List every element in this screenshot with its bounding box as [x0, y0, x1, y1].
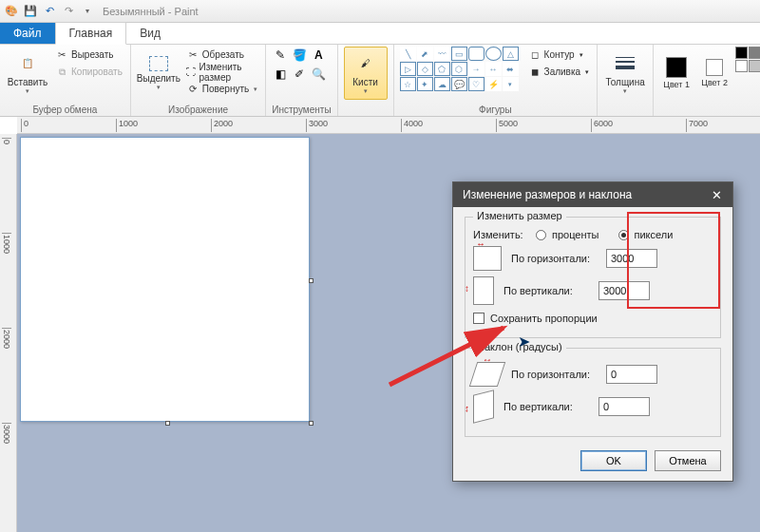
ruler-tick: 7000 [686, 119, 708, 132]
resize-button[interactable]: ⛶Изменить размер [184, 64, 259, 80]
color1-label: Цвет 1 [663, 80, 690, 89]
keep-ratio-checkbox[interactable] [473, 313, 484, 324]
tab-view[interactable]: Вид [126, 23, 174, 44]
ruler-tick: 4000 [401, 119, 423, 132]
keep-ratio-label[interactable]: Сохранить пропорции [490, 313, 598, 324]
group-clipboard: 📋 Вставить ▾ ✂Вырезать ⧉Копировать Буфер… [0, 45, 131, 116]
ruler-tick: 0 [21, 119, 28, 132]
vert-input[interactable]: 3000 [598, 281, 650, 300]
resize-handle[interactable] [165, 421, 170, 426]
ribbon: 📋 Вставить ▾ ✂Вырезать ⧉Копировать Буфер… [0, 45, 760, 117]
crop-icon: ✂ [186, 48, 200, 62]
chevron-down-icon: ▾ [157, 84, 161, 91]
crop-button[interactable]: ✂Обрезать [184, 47, 259, 63]
bucket-icon[interactable]: 🪣 [291, 47, 308, 64]
ruler-tick: 0 [2, 138, 11, 166]
select-label: Выделить [137, 73, 180, 84]
color-palette[interactable] [735, 47, 760, 72]
close-icon[interactable]: ✕ [706, 186, 727, 203]
horiz-input[interactable]: 3000 [606, 249, 657, 268]
select-button[interactable]: Выделить ▾ [137, 47, 180, 100]
palette-swatch[interactable] [735, 47, 748, 59]
fill-button[interactable]: ◼Заливка▾ [526, 64, 592, 80]
skew-v-icon: ↕ [473, 390, 494, 423]
skew-v-input[interactable]: 0 [598, 397, 650, 416]
chevron-down-icon: ▾ [364, 87, 368, 95]
ok-button[interactable]: OK [580, 450, 647, 471]
outline-icon: ◻ [528, 48, 542, 62]
window-title: Безымянный - Paint [103, 6, 199, 17]
resize-skew-dialog: Изменение размеров и наклона ✕ Изменить … [452, 181, 733, 482]
ruler-tick: 5000 [496, 119, 518, 132]
percent-label[interactable]: проценты [552, 229, 599, 240]
rotate-button[interactable]: ⟳Повернуть▾ [184, 81, 259, 97]
palette-swatch[interactable] [749, 60, 760, 72]
select-icon [149, 56, 168, 71]
cut-button[interactable]: ✂Вырезать [53, 47, 124, 63]
group-colors: Цвет 1 Цвет 2 [654, 45, 760, 116]
copy-icon: ⧉ [55, 66, 68, 79]
brushes-button[interactable]: 🖌 Кисти ▾ [344, 47, 388, 100]
undo-icon[interactable]: ↶ [42, 4, 57, 19]
fill-label: Заливка [544, 66, 581, 77]
group-shapes-label: Фигуры [400, 103, 592, 116]
rotate-icon: ⟳ [186, 83, 200, 96]
horiz-label: По горизонтали: [511, 253, 597, 264]
copy-button[interactable]: ⧉Копировать [53, 64, 124, 80]
rotate-label: Повернуть [202, 84, 249, 94]
ribbon-tabs: Файл Главная Вид [0, 23, 760, 45]
ruler-tick: 1000 [116, 119, 138, 132]
pixels-label[interactable]: пиксели [635, 229, 674, 240]
resize-icon: ⛶ [186, 66, 197, 79]
picker-icon[interactable]: ✐ [291, 66, 308, 83]
size-icon [614, 52, 636, 75]
dialog-titlebar[interactable]: Изменение размеров и наклона ✕ [453, 182, 732, 207]
group-image-label: Изображение [137, 103, 259, 116]
brush-icon: 🖌 [354, 52, 377, 75]
fill-icon: ◼ [528, 66, 542, 79]
pencil-icon[interactable]: ✎ [272, 47, 289, 64]
resize-handle[interactable] [309, 278, 314, 283]
resize-fieldset: Изменить размер Изменить: проценты пиксе… [465, 217, 721, 338]
tab-home[interactable]: Главная [55, 22, 127, 45]
palette-swatch[interactable] [735, 60, 748, 72]
save-icon[interactable]: 💾 [23, 4, 38, 19]
skew-h-input[interactable]: 0 [606, 365, 657, 384]
size-label: Толщина [605, 77, 644, 87]
qat-dropdown-icon[interactable]: ▾ [80, 4, 95, 19]
vert-icon: ↕ [473, 276, 494, 305]
chevron-down-icon: ▾ [623, 87, 627, 95]
group-tools-label: Инструменты [272, 103, 331, 116]
group-brushes: 🖌 Кисти ▾ [338, 45, 394, 116]
paste-icon: 📋 [16, 52, 39, 75]
resize-legend: Изменить размер [473, 210, 566, 221]
radio-percent[interactable] [536, 230, 546, 240]
canvas[interactable] [20, 137, 310, 422]
cut-icon: ✂ [55, 48, 68, 62]
radio-pixels[interactable] [618, 230, 629, 240]
group-clipboard-label: Буфер обмена [6, 103, 124, 116]
color1-button[interactable]: Цвет 1 [659, 47, 694, 100]
tools-grid: ✎ 🪣 A ◧ ✐ 🔍 [272, 47, 327, 83]
text-icon[interactable]: A [310, 47, 327, 64]
tab-file[interactable]: Файл [0, 23, 55, 44]
color2-button[interactable]: Цвет 2 [697, 47, 732, 100]
paste-button[interactable]: 📋 Вставить ▾ [6, 47, 49, 100]
redo-icon[interactable]: ↷ [61, 4, 76, 19]
size-button[interactable]: Толщина ▾ [603, 47, 647, 100]
palette-swatch[interactable] [749, 47, 760, 59]
titlebar: 🎨 💾 ↶ ↷ ▾ Безымянный - Paint [0, 0, 760, 23]
ruler-tick: 2000 [211, 119, 233, 132]
skew-h-icon: ↔ [469, 362, 505, 387]
zoom-icon[interactable]: 🔍 [310, 66, 327, 83]
eraser-icon[interactable]: ◧ [272, 66, 289, 83]
copy-label: Копировать [71, 66, 123, 77]
resize-handle[interactable] [309, 421, 314, 426]
ruler-tick: 2000 [2, 328, 11, 356]
skew-h-label: По горизонтали: [511, 369, 597, 380]
ruler-tick: 1000 [2, 233, 11, 261]
app-icon: 🎨 [4, 4, 19, 19]
cancel-button[interactable]: Отмена [655, 450, 721, 471]
outline-button[interactable]: ◻Контур▾ [526, 47, 592, 63]
shapes-gallery[interactable]: ╲⬈〰▭△ ▷◇⬠⬡→↔⬌ ☆✦☁💬♡⚡▾ [400, 47, 519, 91]
